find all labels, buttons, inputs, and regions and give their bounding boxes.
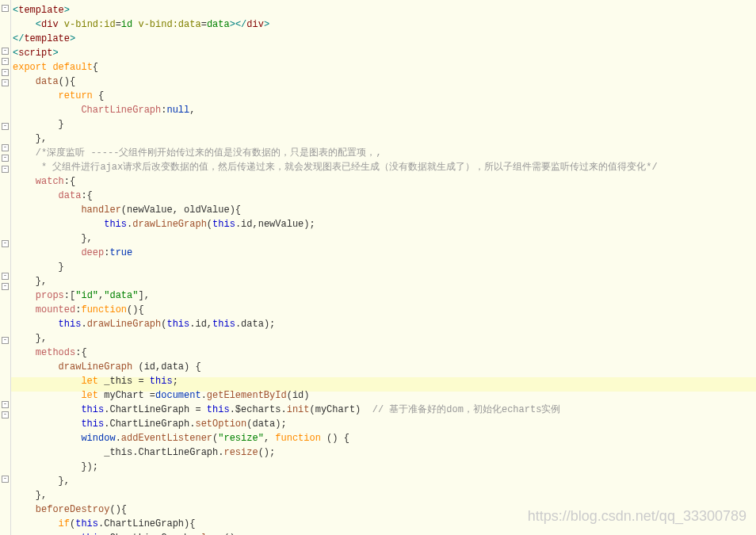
fold-toggle-icon[interactable]: -	[2, 144, 9, 151]
code-line[interactable]: this.ChartLineGraph.clear();	[13, 531, 658, 535]
fold-toggle-icon[interactable]: -	[2, 240, 9, 247]
code-line[interactable]: },	[13, 488, 658, 503]
fold-toggle-icon[interactable]: -	[2, 166, 9, 173]
code-line[interactable]: return {	[13, 89, 658, 103]
code-line[interactable]: mounted:function(){	[13, 303, 658, 317]
code-line[interactable]: ChartLineGraph:null,	[13, 103, 658, 117]
code-line[interactable]: /*深度监听 -----父组件刚开始传过来的值是没有数据的，只是图表的配置项，,	[13, 146, 658, 160]
code-line[interactable]: data(){	[13, 75, 658, 89]
code-line[interactable]: export default{	[13, 60, 658, 75]
fold-toggle-icon[interactable]: -	[2, 5, 9, 12]
fold-toggle-icon[interactable]: -	[2, 337, 9, 344]
code-line[interactable]: },	[13, 132, 658, 146]
code-line[interactable]: },	[13, 274, 658, 289]
watermark: https://blog.csdn.net/qq_33300789	[528, 506, 746, 527]
code-line[interactable]: let _this = this;	[13, 374, 658, 388]
code-line[interactable]: },	[13, 474, 658, 488]
code-line[interactable]: <div v-bind:id=id v-bind:data=data></div…	[13, 17, 658, 32]
code-line[interactable]: this.ChartLineGraph.setOption(data);	[13, 417, 658, 431]
code-line[interactable]: window.addEventListener("resize", functi…	[13, 431, 658, 445]
fold-toggle-icon[interactable]: -	[2, 79, 9, 86]
fold-toggle-icon[interactable]: -	[2, 283, 9, 290]
fold-toggle-icon[interactable]: -	[2, 411, 9, 418]
code-line[interactable]: watch:{	[13, 174, 658, 189]
code-line[interactable]: },	[13, 231, 658, 246]
fold-toggle-icon[interactable]: -	[2, 273, 9, 280]
fold-toggle-icon[interactable]: -	[2, 123, 9, 130]
code-line[interactable]: this.ChartLineGraph = this.$echarts.init…	[13, 403, 658, 417]
code-line[interactable]: });	[13, 460, 658, 474]
code-gutter: ----------------	[0, 0, 11, 535]
code-line[interactable]: deep:true	[13, 246, 658, 260]
code-line[interactable]: <script>	[13, 46, 658, 60]
code-line[interactable]: drawLineGraph (id,data) {	[13, 360, 658, 374]
code-line[interactable]: data:{	[13, 189, 658, 203]
code-line[interactable]: <template>	[13, 3, 658, 17]
code-line[interactable]: props:["id","data"],	[13, 289, 658, 303]
code-line[interactable]: let myChart =document.getElementById(id)	[13, 388, 658, 403]
code-line[interactable]: methods:{	[13, 346, 658, 360]
code-line[interactable]: * 父组件进行ajax请求后改变数据的值，然后传递过来，就会发现图表已经生成（没…	[13, 160, 658, 174]
code-line[interactable]: _this.ChartLineGraph.resize();	[13, 445, 658, 460]
fold-toggle-icon[interactable]: -	[2, 401, 9, 408]
code-line[interactable]: this.drawLineGraph(this.id,this.data);	[13, 317, 658, 331]
fold-toggle-icon[interactable]: -	[2, 48, 9, 55]
code-line[interactable]: </template>	[13, 32, 658, 46]
fold-toggle-icon[interactable]: -	[2, 58, 9, 65]
code-line[interactable]: this.drawLineGraph(this.id,newValue);	[13, 217, 658, 231]
code-line[interactable]: },	[13, 331, 658, 346]
code-line[interactable]: handler(newValue, oldValue){	[13, 203, 658, 217]
fold-toggle-icon[interactable]: -	[2, 476, 9, 483]
fold-toggle-icon[interactable]: -	[2, 155, 9, 162]
code-line[interactable]: }	[13, 260, 658, 274]
code-line[interactable]: }	[13, 117, 658, 132]
code-editor[interactable]: <template> <div v-bind:id=id v-bind:data…	[13, 3, 658, 535]
fold-toggle-icon[interactable]: -	[2, 69, 9, 76]
